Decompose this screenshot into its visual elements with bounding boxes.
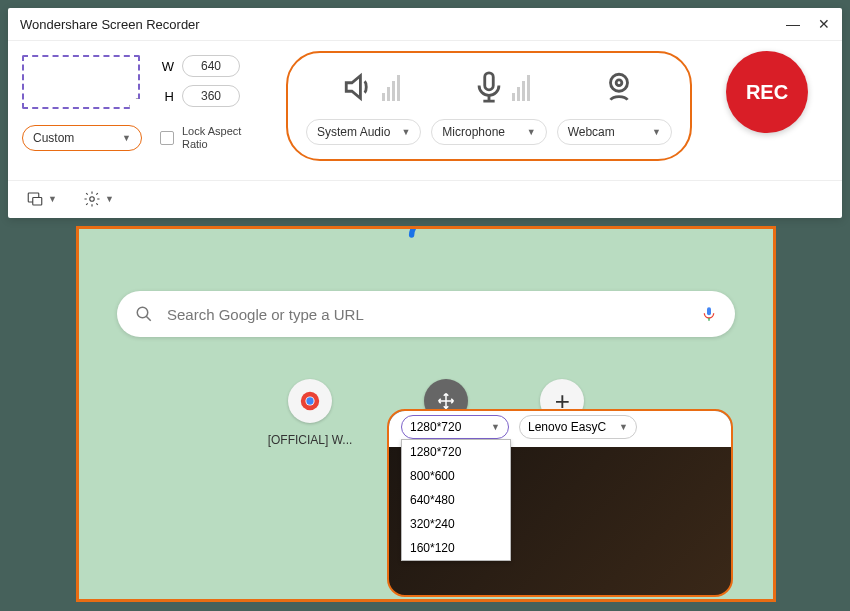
- voice-search-icon[interactable]: [701, 303, 717, 325]
- move-icon: [437, 392, 455, 410]
- chrome-icon: [299, 390, 321, 412]
- camera-select[interactable]: Lenovo EasyC ▼: [519, 415, 637, 439]
- svg-point-5: [90, 196, 95, 201]
- chevron-down-icon: ▼: [491, 422, 500, 432]
- system-audio-select[interactable]: System Audio▼: [306, 119, 421, 145]
- chevron-down-icon: ▼: [48, 194, 57, 204]
- record-button[interactable]: REC: [726, 51, 808, 133]
- shortcut-favicon: [288, 379, 332, 423]
- record-section: REC: [706, 51, 828, 133]
- chevron-down-icon: ▼: [652, 127, 661, 137]
- corner-handle-br[interactable]: [758, 584, 776, 602]
- shortcut-item[interactable]: [OFFICIAL] W...: [268, 379, 353, 447]
- bottombar: ▼ ▼: [8, 180, 842, 216]
- minimize-button[interactable]: —: [786, 16, 800, 32]
- toolbar: W H Custom ▼ Lock Aspect Ratio: [8, 40, 842, 180]
- resolution-select[interactable]: 1280*720 ▼: [401, 415, 509, 439]
- resolution-dropdown: 1280*720 800*600 640*480 320*240 160*120: [401, 439, 511, 561]
- recorder-panel: Wondershare Screen Recorder — ✕ W H: [8, 8, 842, 218]
- search-icon: [135, 305, 153, 323]
- webcam-icon: [602, 70, 636, 104]
- microphone-select[interactable]: Microphone▼: [431, 119, 546, 145]
- resolution-option[interactable]: 640*480: [402, 488, 510, 512]
- capture-area-preview[interactable]: [22, 55, 140, 109]
- capture-region[interactable]: Search Google or type a URL [OFFICIAL] W…: [76, 226, 776, 602]
- lock-aspect-label: Lock Aspect Ratio: [182, 125, 252, 151]
- layout-icon: [26, 190, 44, 208]
- close-button[interactable]: ✕: [818, 16, 830, 32]
- webcam-preview-popup[interactable]: 1280*720 ▼ Lenovo EasyC ▼ 1280*720 800*6…: [387, 409, 733, 597]
- lock-aspect-checkbox[interactable]: [160, 131, 174, 145]
- svg-rect-0: [485, 73, 494, 90]
- resolution-option[interactable]: 1280*720: [402, 440, 510, 464]
- search-bar[interactable]: Search Google or type a URL: [117, 291, 735, 337]
- height-input[interactable]: [182, 85, 240, 107]
- webcam-select[interactable]: Webcam▼: [557, 119, 672, 145]
- svg-point-6: [137, 307, 148, 318]
- chevron-down-icon: ▼: [105, 194, 114, 204]
- svg-point-10: [306, 397, 313, 404]
- shortcut-label: [OFFICIAL] W...: [268, 433, 353, 447]
- screen-section: W H Custom ▼ Lock Aspect Ratio: [22, 51, 272, 151]
- corner-handle-tr[interactable]: [758, 226, 776, 244]
- corner-handle-tl[interactable]: [76, 226, 94, 244]
- audio-level-bars: [382, 73, 400, 101]
- chevron-down-icon: ▼: [527, 127, 536, 137]
- sources-section: System Audio▼ Microphone▼ Webcam▼: [286, 51, 692, 161]
- chevron-down-icon: ▼: [122, 133, 131, 143]
- svg-point-1: [611, 74, 628, 91]
- width-label: W: [158, 59, 174, 74]
- google-logo-partial: [408, 226, 444, 253]
- speaker-icon: [342, 70, 376, 104]
- resolution-option[interactable]: 320*240: [402, 512, 510, 536]
- svg-point-2: [616, 80, 622, 86]
- move-icon: [128, 97, 146, 115]
- svg-rect-7: [707, 307, 711, 315]
- corner-handle-bl[interactable]: [76, 584, 94, 602]
- titlebar: Wondershare Screen Recorder — ✕: [8, 8, 842, 40]
- chevron-down-icon: ▼: [619, 422, 628, 432]
- svg-rect-4: [33, 197, 42, 205]
- resolution-option[interactable]: 160*120: [402, 536, 510, 560]
- width-input[interactable]: [182, 55, 240, 77]
- settings-menu[interactable]: ▼: [83, 190, 114, 208]
- height-label: H: [158, 89, 174, 104]
- app-title: Wondershare Screen Recorder: [20, 17, 200, 32]
- layout-menu[interactable]: ▼: [26, 190, 57, 208]
- search-placeholder: Search Google or type a URL: [167, 306, 687, 323]
- gear-icon: [83, 190, 101, 208]
- mic-level-bars: [512, 73, 530, 101]
- resolution-option[interactable]: 800*600: [402, 464, 510, 488]
- chevron-down-icon: ▼: [401, 127, 410, 137]
- preset-label: Custom: [33, 131, 74, 145]
- window-controls: — ✕: [786, 16, 830, 32]
- preset-select[interactable]: Custom ▼: [22, 125, 142, 151]
- microphone-icon: [472, 70, 506, 104]
